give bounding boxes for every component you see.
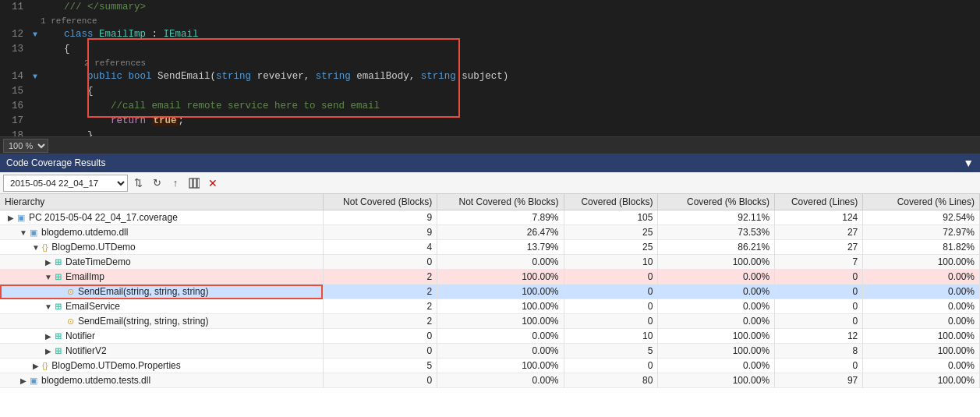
covered-lines: 0 <box>775 314 863 329</box>
hierarchy-cell: ▶ {} BlogDemo.UTDemo.Properties <box>0 359 323 373</box>
hierarchy-cell: ▶ ⊞ DateTimeDemo <box>0 255 323 270</box>
not-covered-pct: 100.00% <box>437 270 564 284</box>
row-label: BlogDemo.UTDemo.Properties <box>51 360 180 371</box>
covered-lines-pct: 100.00% <box>863 344 980 359</box>
row-label: blogdemo.utdemo.dll <box>41 227 128 238</box>
expand-btn[interactable]: ▶ <box>44 257 53 267</box>
svg-rect-0 <box>189 178 193 188</box>
method-icon: ⊙ <box>67 287 74 297</box>
not-covered-pct: 100.00% <box>437 359 564 373</box>
not-covered-pct: 100.00% <box>437 314 564 329</box>
class-icon: ⊞ <box>55 346 62 356</box>
expand-btn[interactable]: ⇅ <box>129 175 147 192</box>
ns-icon: {} <box>42 361 48 370</box>
table-row[interactable]: ▶ ▣ blogdemo.utdemo.tests.dll 0 0.00% 80… <box>0 373 980 388</box>
code-line-15: 15 { <box>0 84 980 99</box>
table-row[interactable]: ▶ ⊞ DateTimeDemo 0 0.00% 10 100.00% 7 10… <box>0 255 980 270</box>
covered-pct: 0.00% <box>658 314 775 329</box>
up-btn[interactable]: ↑ <box>167 175 184 192</box>
ns-icon: {} <box>42 242 48 252</box>
covered-blocks: 0 <box>564 284 658 299</box>
expand-btn[interactable]: ▼ <box>44 272 53 281</box>
class-icon: ⊞ <box>55 272 62 282</box>
covered-pct: 100.00% <box>658 255 775 270</box>
covered-lines: 27 <box>775 240 863 255</box>
row-label: EmailService <box>65 301 120 312</box>
table-row[interactable]: ⊙ SendEmail(string, string, string) 2 10… <box>0 314 980 329</box>
code-line-18: 18 } <box>0 129 980 136</box>
expand-btn[interactable]: ▶ <box>44 331 53 341</box>
coverage-table-wrapper[interactable]: Hierarchy Not Covered (Blocks) Not Cover… <box>0 194 980 417</box>
table-row[interactable]: ▶ {} BlogDemo.UTDemo.Properties 5 100.00… <box>0 359 980 373</box>
table-row[interactable]: ▼ {} BlogDemo.UTDemo 4 13.79% 25 86.21% … <box>0 240 980 255</box>
covered-lines: 0 <box>775 284 863 299</box>
svg-rect-1 <box>193 178 196 188</box>
covered-blocks: 5 <box>564 344 658 359</box>
covered-lines: 0 <box>775 299 863 314</box>
covered-blocks: 0 <box>564 359 658 373</box>
expand-btn[interactable]: ▼ <box>31 242 41 252</box>
not-covered-blocks: 9 <box>323 210 437 225</box>
covered-pct: 92.11% <box>658 210 775 225</box>
svg-rect-2 <box>197 178 200 188</box>
coverage-table: Hierarchy Not Covered (Blocks) Not Cover… <box>0 194 980 388</box>
covered-lines-pct: 0.00% <box>863 284 980 299</box>
row-label: DateTimeDemo <box>65 256 131 267</box>
covered-lines-pct: 100.00% <box>863 255 980 270</box>
not-covered-blocks: 9 <box>323 225 437 240</box>
not-covered-pct: 0.00% <box>437 373 564 388</box>
hierarchy-cell: ▶ ⊞ Notifier <box>0 329 323 344</box>
hierarchy-cell: ▼ ⊞ EmailImp <box>0 270 323 284</box>
class-icon: ⊞ <box>55 257 62 267</box>
table-row[interactable]: ▼ ⊞ EmailService 2 100.00% 0 0.00% 0 0.0… <box>0 299 980 314</box>
table-row[interactable]: ▶ ⊞ Notifier 0 0.00% 10 100.00% 12 100.0… <box>0 329 980 344</box>
covered-pct: 100.00% <box>658 344 775 359</box>
col-header-covered-blocks: Covered (Blocks) <box>564 194 658 210</box>
not-covered-blocks: 0 <box>323 255 437 270</box>
not-covered-pct: 0.00% <box>437 344 564 359</box>
table-row[interactable]: ⊙ SendEmail(string, string, string) 2 10… <box>0 284 980 299</box>
table-row[interactable]: ▶ ⊞ NotifierV2 0 0.00% 5 100.00% 8 100.0… <box>0 344 980 359</box>
table-row[interactable]: ▶ ▣ PC 2015-05-04 22_04_17.coverage 9 7.… <box>0 210 980 225</box>
row-label: SendEmail(string, string, string) <box>78 316 208 327</box>
table-row[interactable]: ▼ ▣ blogdemo.utdemo.dll 9 26.47% 25 73.5… <box>0 225 980 240</box>
close-btn[interactable]: ✕ <box>204 175 221 192</box>
refresh-btn[interactable]: ↻ <box>148 175 165 192</box>
code-line-16: 16 //call email remote service here to s… <box>0 99 980 114</box>
covered-pct: 0.00% <box>658 359 775 373</box>
covered-lines-pct: 72.97% <box>863 225 980 240</box>
not-covered-blocks: 0 <box>323 344 437 359</box>
class-icon: ⊞ <box>55 302 62 312</box>
expand-btn[interactable]: ▶ <box>6 213 16 222</box>
hierarchy-cell: ⊙ SendEmail(string, string, string) <box>0 314 323 329</box>
covered-lines: 124 <box>775 210 863 225</box>
covered-lines-pct: 81.82% <box>863 240 980 255</box>
expand-btn[interactable]: ▼ <box>44 302 53 311</box>
not-covered-blocks: 0 <box>323 329 437 344</box>
not-covered-blocks: 5 <box>323 359 437 373</box>
covered-lines-pct: 92.54% <box>863 210 980 225</box>
class-icon: ⊞ <box>55 331 62 341</box>
expand-btn[interactable]: ▶ <box>44 346 53 355</box>
covered-blocks: 105 <box>564 210 658 225</box>
zoom-select[interactable]: 100 % <box>3 139 48 153</box>
coverage-panel: Code Coverage Results ▼ 2015-05-04 22_04… <box>0 154 980 417</box>
hierarchy-cell: ▼ ⊞ EmailService <box>0 299 323 314</box>
covered-blocks: 25 <box>564 240 658 255</box>
columns-btn[interactable] <box>186 175 203 192</box>
expand-btn[interactable]: ▶ <box>19 376 28 385</box>
code-editor: 11 /// </summary> 1 reference 12 ▼ class… <box>0 0 980 136</box>
ref-label-2: 2 references <box>0 57 980 69</box>
expand-btn[interactable]: ▼ <box>19 228 28 237</box>
covered-blocks: 10 <box>564 255 658 270</box>
not-covered-blocks: 2 <box>323 314 437 329</box>
expand-btn[interactable]: ▶ <box>31 361 41 370</box>
col-header-hierarchy: Hierarchy <box>0 194 323 210</box>
covered-lines-pct: 100.00% <box>863 329 980 344</box>
not-covered-pct: 0.00% <box>437 329 564 344</box>
covered-pct: 0.00% <box>658 299 775 314</box>
coverage-dropdown[interactable]: 2015-05-04 22_04_17 <box>3 175 128 192</box>
coverage-header: Code Coverage Results ▼ <box>0 154 980 172</box>
row-label: SendEmail(string, string, string) <box>78 286 208 297</box>
table-row[interactable]: ▼ ⊞ EmailImp 2 100.00% 0 0.00% 0 0.00% <box>0 270 980 284</box>
